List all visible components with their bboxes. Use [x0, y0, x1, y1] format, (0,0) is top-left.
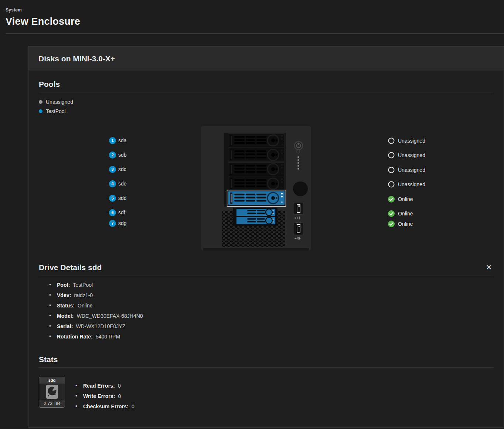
detail-label: Rotation Rate:: [57, 334, 93, 340]
stat-row-write-errors: Write Errors: 0: [75, 393, 134, 404]
unassigned-dot-icon: [39, 100, 42, 104]
pools-legend: Unassigned TestPool: [39, 97, 493, 116]
stats-list: Read Errors: 0 Write Errors: 0 Checksum …: [75, 383, 134, 414]
unassigned-ring-icon: [388, 181, 395, 188]
status-label: Unassigned: [398, 167, 425, 173]
disk-widget-size: 2.73 TiB: [39, 400, 65, 407]
stats-heading: Stats: [39, 355, 493, 364]
breadcrumb[interactable]: System: [6, 7, 504, 13]
stat-label: Checksum Errors:: [83, 404, 129, 409]
detail-value: 5400 RPM: [96, 334, 120, 340]
pool-dot-icon: [39, 109, 42, 113]
detail-row-model: Model: WDC_WD30EFAX-68JH4N0: [49, 313, 493, 323]
disk-item-sde[interactable]: 4 sde: [109, 180, 127, 187]
disk-number-badge: 5: [109, 195, 116, 202]
disk-item-sdg[interactable]: 7 sdg: [109, 219, 127, 227]
enclosure-graphic[interactable]: [201, 126, 311, 251]
unassigned-ring-icon: [388, 137, 395, 144]
online-check-icon: [388, 220, 395, 228]
detail-value: WDC_WD30EFAX-68JH4N0: [77, 313, 143, 319]
detail-row-serial: Serial: WD-WX12D10E0JYZ: [49, 323, 493, 334]
hdd-platter-icon: [46, 385, 58, 399]
usb-port-2-icon: [294, 223, 303, 235]
detail-label: Status:: [57, 303, 75, 309]
disk-number-badge: 7: [109, 220, 116, 227]
disk-label: sdc: [118, 166, 126, 172]
drive-details-heading: Drive Details sdd: [39, 263, 102, 272]
header-divider: [6, 33, 504, 34]
disk-item-sdb[interactable]: 2 sdb: [109, 151, 127, 159]
disk-number-badge: 6: [109, 209, 116, 216]
stat-value: 0: [118, 383, 121, 389]
disk-label: sdf: [118, 210, 125, 215]
disk-widget-name: sdd: [39, 377, 65, 384]
status-row: Online: [388, 195, 413, 203]
disk-label: sde: [118, 181, 127, 187]
status-label: Unassigned: [398, 181, 425, 187]
detail-value: Online: [78, 303, 92, 309]
unassigned-ring-icon: [388, 151, 395, 159]
legend-item-testpool: TestPool: [39, 106, 493, 116]
unassigned-ring-icon: [388, 166, 395, 174]
disk-number-badge: 4: [109, 180, 116, 187]
drive-details-list: Pool: TestPool Vdev: raidz1-0 Status: On…: [49, 282, 493, 344]
detail-row-vdev: Vdev: raidz1-0: [49, 292, 493, 303]
status-row: Unassigned: [388, 181, 425, 188]
status-row: Online: [388, 210, 413, 217]
status-label: Unassigned: [398, 138, 425, 144]
stat-label: Read Errors:: [83, 383, 115, 389]
detail-label: Vdev:: [57, 292, 71, 298]
status-row: Unassigned: [388, 137, 425, 144]
disk-label: sda: [118, 137, 127, 143]
stat-value: 0: [118, 393, 121, 399]
drive-tray-2[interactable]: [228, 148, 285, 162]
detail-row-pool: Pool: TestPool: [49, 282, 493, 292]
status-label: Unassigned: [398, 152, 425, 158]
disk-number-badge: 2: [109, 151, 116, 159]
detail-label: Serial:: [57, 323, 73, 329]
drive-tray-3[interactable]: [228, 163, 285, 176]
drive-tray-1[interactable]: [228, 134, 285, 147]
disk-label: sdg: [118, 220, 127, 226]
drive-tray-6[interactable]: [236, 209, 276, 216]
drive-tray-7[interactable]: [236, 217, 276, 224]
pools-heading: Pools: [39, 80, 493, 89]
legend-label: Unassigned: [46, 99, 73, 105]
divider: [39, 276, 493, 276]
status-label: Online: [398, 211, 413, 217]
detail-label: Model:: [57, 313, 74, 319]
view-enclosure-page: System View Enclosure Disks on MINI-3.0-…: [0, 0, 504, 429]
stat-label: Write Errors:: [83, 393, 115, 399]
online-check-icon: [388, 210, 395, 217]
disk-number-badge: 3: [109, 166, 116, 173]
disk-item-sdd[interactable]: 5 sdd: [109, 194, 127, 202]
status-label: Online: [398, 221, 413, 227]
divider: [39, 367, 493, 368]
drive-tray-5-selected[interactable]: [228, 191, 285, 205]
status-row: Online: [388, 220, 413, 228]
disks-card: Disks on MINI-3.0-X+ Pools Unassigned Te…: [28, 46, 504, 428]
usb-port-1-icon: [294, 202, 303, 215]
disk-item-sda[interactable]: 1 sda: [109, 137, 127, 144]
stat-value: 0: [132, 404, 134, 409]
disk-number-badge: 1: [109, 137, 116, 144]
card-title: Disks on MINI-3.0-X+: [28, 47, 504, 71]
disk-item-sdc[interactable]: 3 sdc: [109, 166, 126, 173]
close-icon[interactable]: ✕: [483, 262, 495, 272]
page-title: View Enclosure: [6, 16, 504, 27]
stat-row-checksum-errors: Checksum Errors: 0: [75, 404, 134, 414]
front-knob: [293, 181, 308, 196]
online-check-icon: [388, 195, 395, 203]
status-label: Online: [398, 196, 413, 202]
disk-label: sdb: [118, 152, 127, 158]
page-header: System View Enclosure: [0, 0, 504, 27]
legend-item-unassigned: Unassigned: [39, 97, 493, 106]
status-row: Unassigned: [388, 166, 425, 174]
detail-label: Pool:: [57, 282, 70, 288]
disk-item-sdf[interactable]: 6 sdf: [109, 209, 125, 216]
detail-value: raidz1-0: [74, 292, 93, 298]
divider: [39, 92, 493, 92]
detail-row-status: Status: Online: [49, 303, 493, 313]
disk-widget-sdd: sdd 2.73 TiB: [39, 377, 65, 408]
drive-tray-4[interactable]: [228, 177, 285, 191]
